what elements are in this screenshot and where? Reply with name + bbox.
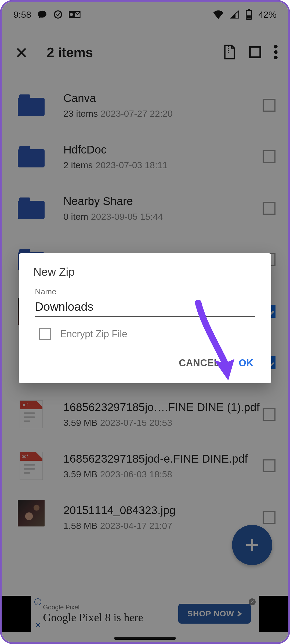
encrypt-checkbox[interactable] <box>39 328 51 340</box>
name-label: Name <box>35 287 255 296</box>
new-zip-dialog: New Zip Name Encrypt Zip File CANCEL OK <box>19 253 271 383</box>
dialog-title: New Zip <box>19 266 271 279</box>
ok-button[interactable]: OK <box>239 357 253 369</box>
encrypt-label: Encrypt Zip File <box>60 328 127 340</box>
name-input[interactable] <box>35 300 255 313</box>
cancel-button[interactable]: CANCEL <box>179 357 220 369</box>
